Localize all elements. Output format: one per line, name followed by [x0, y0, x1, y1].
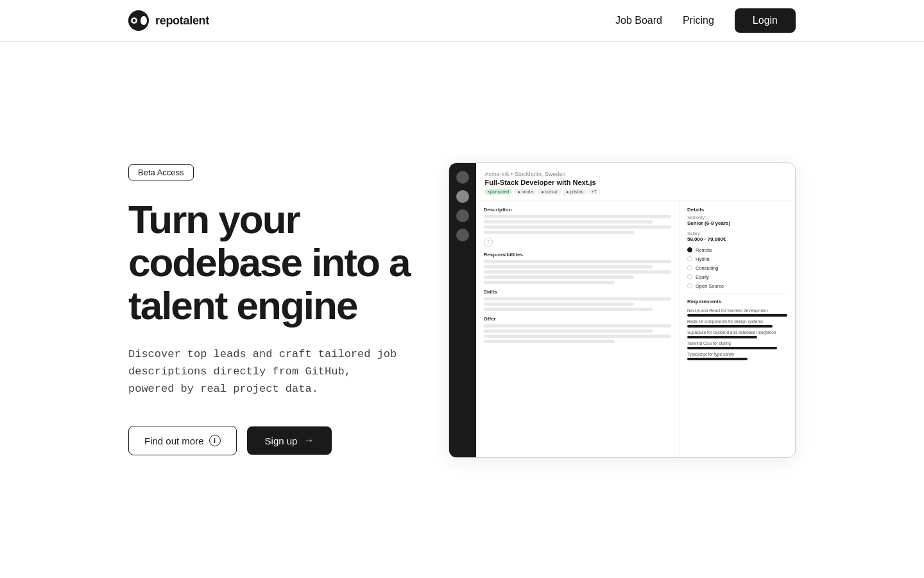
offer-line-1 [484, 324, 671, 328]
details-title: Details [687, 207, 787, 213]
hero-subtext: Discover top leads and craft tailored jo… [128, 346, 398, 398]
desc-line-3 [484, 225, 671, 229]
req-bar-2 [687, 325, 773, 328]
find-out-more-button[interactable]: Find out more i [128, 426, 237, 455]
login-button[interactable]: Login [735, 8, 796, 33]
offer-title: Offer [484, 316, 671, 322]
tag-sponsored: sponsored [485, 189, 513, 195]
hero-left: Beta Access Turn your codebase into a ta… [128, 164, 410, 455]
mockup-body: Description ⋮ Responsibilities Skills [476, 200, 795, 457]
mockup-more-icon: ⋮ [484, 238, 493, 247]
req-bar-3 [687, 336, 757, 338]
radio-equity [687, 274, 692, 279]
salary-value: 58,000 - 79,000€ [687, 236, 787, 242]
logo-text: repotalent [155, 14, 209, 28]
desc-title: Description [484, 207, 671, 213]
resp-line-5 [484, 281, 615, 284]
seniority-label: Seniority: [687, 215, 787, 220]
nav-pricing[interactable]: Pricing [683, 15, 714, 26]
logo-icon [128, 10, 149, 31]
skills-line-3 [484, 308, 653, 311]
req-bar-4 [687, 347, 777, 349]
tag-2: ● cursor [538, 189, 561, 195]
sidebar-icon-3 [456, 209, 469, 222]
req-item-1: Next.js and React for frontend developme… [687, 308, 787, 317]
offer-line-4 [484, 340, 615, 343]
mockup-requirements: Requirements Next.js and React for front… [687, 293, 787, 360]
mockup-company: Acme-Ink • Stockholm, Sweden [485, 171, 786, 177]
mockup-job-title: Full-Stack Developer with Next.js [485, 179, 786, 186]
radio-consulting [687, 265, 692, 270]
sidebar-icon-2 [456, 190, 469, 203]
offer-line-2 [484, 329, 653, 333]
sidebar-icon-4 [456, 229, 469, 241]
req-title: Requirements [687, 299, 787, 304]
mockup-tags: sponsored ● randa ● cursor ● pristos +7 [485, 189, 786, 195]
resp-line-2 [484, 265, 653, 268]
work-mode-hybrid: Hybrid [687, 256, 787, 262]
skills-line-1 [484, 297, 671, 301]
seniority-value: Senior (6-8 years) [687, 220, 787, 226]
req-bar-1 [687, 314, 787, 317]
resp-line-1 [484, 260, 671, 263]
nav-job-board[interactable]: Job Board [615, 15, 662, 26]
work-mode-equity: Equity [687, 274, 787, 280]
skills-line-2 [484, 302, 634, 306]
resp-title: Responsibilities [484, 252, 671, 258]
logo[interactable]: repotalent [128, 10, 209, 31]
req-item-5: TypeScript for type safety [687, 352, 787, 360]
offer-line-3 [484, 335, 671, 338]
work-mode-remote: Remote [687, 247, 787, 253]
resp-line-3 [484, 270, 671, 274]
resp-line-4 [484, 276, 634, 279]
mockup-details: Details Seniority: Senior (6-8 years) Sa… [680, 200, 795, 457]
cta-row: Find out more i Sign up → [128, 426, 410, 455]
mockup-sidebar [449, 163, 476, 457]
main-content: Beta Access Turn your codebase into a ta… [0, 42, 924, 578]
work-mode-consulting: Consulting [687, 265, 787, 271]
req-item-4: Tailwind CSS for styling [687, 341, 787, 349]
mockup-description: Description ⋮ Responsibilities Skills [476, 200, 680, 457]
sign-up-label: Sign up [265, 435, 298, 446]
req-item-3: Supabase for backend and database integr… [687, 330, 787, 338]
mockup-main: Acme-Ink • Stockholm, Sweden Full-Stack … [476, 163, 795, 457]
work-mode-opensource: Open Source [687, 283, 787, 289]
tag-more: +7 [588, 189, 600, 195]
hero-headline: Turn your codebase into a talent engine [128, 198, 410, 328]
desc-line-1 [484, 215, 671, 218]
nav-links: Job Board Pricing Login [615, 8, 796, 33]
skills-title: Skills [484, 289, 671, 295]
tag-1: ● randa [514, 189, 536, 195]
mockup-header: Acme-Ink • Stockholm, Sweden Full-Stack … [476, 163, 795, 200]
req-item-2: Radix UI components for design systems [687, 319, 787, 328]
navbar: repotalent Job Board Pricing Login [0, 0, 924, 42]
sign-up-button[interactable]: Sign up → [247, 426, 332, 455]
svg-point-2 [133, 19, 136, 22]
req-bar-5 [687, 358, 748, 360]
info-icon: i [209, 435, 221, 446]
sidebar-icon-1 [456, 171, 469, 184]
beta-badge: Beta Access [128, 164, 194, 180]
ui-mockup: Acme-Ink • Stockholm, Sweden Full-Stack … [449, 162, 796, 458]
arrow-right-icon: → [304, 435, 314, 446]
radio-opensource [687, 283, 692, 288]
desc-line-4 [484, 231, 634, 234]
desc-line-2 [484, 220, 653, 223]
radio-hybrid [687, 256, 692, 261]
radio-remote [687, 247, 692, 252]
find-out-more-label: Find out more [144, 435, 204, 446]
hero-right: Acme-Ink • Stockholm, Sweden Full-Stack … [449, 42, 796, 578]
salary-label: Salary: [687, 231, 787, 236]
tag-3: ● pristos [563, 189, 586, 195]
